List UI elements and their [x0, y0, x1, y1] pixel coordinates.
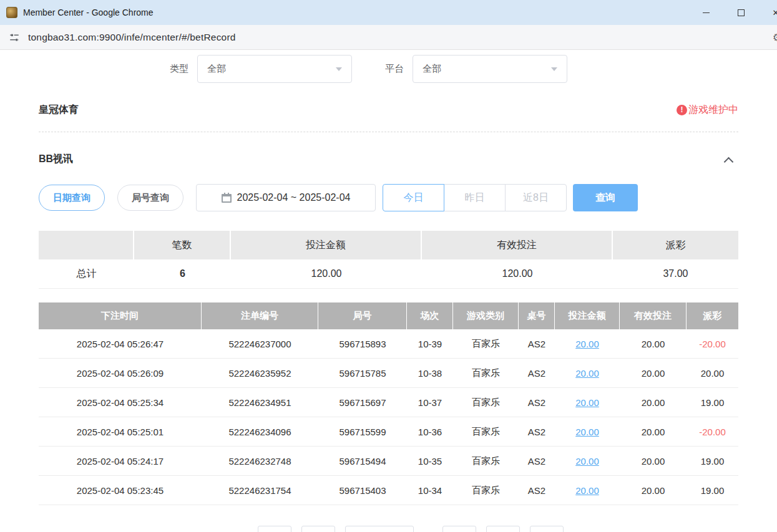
cell-session: 10-37 — [407, 388, 453, 417]
cell-round-number: 596715893 — [318, 329, 407, 359]
round-query-tab[interactable]: 局号查询 — [117, 185, 183, 211]
bet-amount-link[interactable]: 20.00 — [575, 485, 599, 496]
cell-order-number: 522246237000 — [202, 329, 318, 359]
minimize-button[interactable] — [688, 0, 723, 25]
summary-bet-amount-value: 120.00 — [231, 259, 422, 289]
cell-order-number: 522246234096 — [202, 417, 318, 447]
cell-game-type: 百家乐 — [453, 447, 519, 476]
summary-payout-value: 37.00 — [613, 259, 738, 289]
site-settings-icon[interactable] — [9, 32, 20, 43]
cell-session: 10-36 — [407, 417, 453, 447]
cell-bet-time: 2025-02-04 05:25:01 — [39, 417, 202, 447]
maximize-button[interactable] — [723, 0, 758, 25]
maintenance-text: 游戏维护中 — [688, 104, 738, 117]
cell-session: 10-38 — [407, 359, 453, 388]
filter-row: 类型 全部 平台 全部 — [39, 55, 738, 83]
date-query-tab[interactable]: 日期查询 — [39, 185, 105, 211]
bet-table-header-order-number: 注单编号 — [202, 302, 318, 329]
summary-header-count: 笔数 — [134, 231, 231, 259]
platform-filter-label: 平台 — [385, 63, 404, 75]
cell-payout: 19.00 — [687, 388, 738, 417]
platform-filter-value: 全部 — [423, 63, 441, 75]
close-button[interactable]: ✕ — [758, 0, 777, 25]
bet-amount-link[interactable]: 20.00 — [575, 456, 599, 467]
search-button[interactable]: 查询 — [573, 184, 638, 211]
bet-table-header-table-number: 桌号 — [519, 302, 555, 329]
bet-table: 下注时间注单编号局号场次游戏类别桌号投注金额有效投注派彩2025-02-04 0… — [39, 302, 738, 505]
window-controls: ✕ — [688, 0, 777, 25]
cell-payout: 19.00 — [687, 447, 738, 476]
cell-payout: 19.00 — [687, 476, 738, 505]
query-bar: 日期查询 局号查询 2025-02-04 ~ 2025-02-04 今日 昨日 … — [39, 184, 738, 211]
recent-8-days-button[interactable]: 近8日 — [505, 184, 567, 211]
cell-valid-bet: 20.00 — [620, 476, 687, 505]
yesterday-button[interactable]: 昨日 — [444, 184, 506, 211]
cell-order-number: 522246231754 — [202, 476, 318, 505]
collapse-chevron-up-icon[interactable] — [724, 157, 734, 167]
url-text[interactable]: tongbao31.com:9900/infe/mcenter/#/betRec… — [28, 32, 236, 43]
calendar-icon — [222, 193, 232, 203]
bet-amount-link[interactable]: 20.00 — [575, 339, 599, 349]
cell-bet-amount: 20.00 — [555, 329, 620, 359]
pagination-item[interactable] — [258, 526, 291, 532]
summary-count-value: 6 — [134, 259, 231, 289]
cell-bet-amount: 20.00 — [555, 417, 620, 447]
cell-bet-time: 2025-02-04 05:26:09 — [39, 359, 202, 388]
bet-table-header-game-type: 游戏类别 — [453, 302, 519, 329]
today-button[interactable]: 今日 — [383, 184, 444, 211]
close-icon: ✕ — [773, 8, 777, 17]
bet-table-header-bet-time: 下注时间 — [39, 302, 202, 329]
cell-valid-bet: 20.00 — [620, 359, 687, 388]
summary-header-blank — [39, 231, 134, 259]
pagination-item[interactable] — [486, 526, 520, 532]
cell-table-number: AS2 — [519, 388, 555, 417]
cell-valid-bet: 20.00 — [620, 447, 687, 476]
cell-bet-amount: 20.00 — [555, 447, 620, 476]
cell-order-number: 522246234951 — [202, 388, 318, 417]
maintenance-status: ! 游戏维护中 — [677, 104, 738, 117]
pagination-page-size-select[interactable] — [345, 526, 414, 532]
cell-order-number: 522246232748 — [202, 447, 318, 476]
cell-payout: -20.00 — [687, 417, 738, 447]
bet-amount-link[interactable]: 20.00 — [575, 368, 599, 379]
bet-amount-link[interactable]: 20.00 — [575, 397, 599, 408]
window-titlebar: Member Center - Google Chrome ✕ — [0, 0, 777, 25]
cell-round-number: 596715599 — [318, 417, 407, 447]
cell-payout: 20.00 — [687, 359, 738, 388]
maximize-icon — [738, 9, 745, 16]
cell-bet-amount: 20.00 — [555, 388, 620, 417]
cell-bet-time: 2025-02-04 05:24:17 — [39, 447, 202, 476]
bet-table-header-valid-bet: 有效投注 — [620, 302, 687, 329]
type-filter-select[interactable]: 全部 — [197, 55, 352, 83]
cell-round-number: 596715785 — [318, 359, 407, 388]
bet-amount-link[interactable]: 20.00 — [575, 427, 599, 437]
cell-bet-time: 2025-02-04 05:25:34 — [39, 388, 202, 417]
cell-bet-time: 2025-02-04 05:26:47 — [39, 329, 202, 359]
date-range-picker[interactable]: 2025-02-04 ~ 2025-02-04 — [196, 184, 376, 211]
section-divider — [39, 132, 738, 132]
cell-session: 10-35 — [407, 447, 453, 476]
settings-gear-icon[interactable]: ⚙ — [773, 31, 777, 44]
pagination-item[interactable] — [301, 526, 335, 532]
cell-table-number: AS2 — [519, 476, 555, 505]
cell-bet-amount: 20.00 — [555, 359, 620, 388]
summary-table: 笔数 投注金额 有效投注 派彩 总计 6 120.00 120.00 37.00 — [39, 231, 738, 289]
cell-table-number: AS2 — [519, 359, 555, 388]
cell-game-type: 百家乐 — [453, 417, 519, 447]
cell-game-type: 百家乐 — [453, 329, 519, 359]
bb-video-title: BB视讯 — [39, 153, 73, 166]
pagination-item[interactable] — [530, 526, 564, 532]
address-bar[interactable]: tongbao31.com:9900/infe/mcenter/#/betRec… — [0, 25, 777, 50]
platform-filter-select[interactable]: 全部 — [413, 55, 567, 83]
bb-video-section: BB视讯 — [39, 150, 738, 168]
cell-round-number: 596715494 — [318, 447, 407, 476]
date-range-value: 2025-02-04 ~ 2025-02-04 — [237, 192, 351, 203]
pagination-item[interactable] — [442, 526, 476, 532]
cell-game-type: 百家乐 — [453, 476, 519, 505]
exclamation-icon: ! — [677, 105, 687, 115]
window-title: Member Center - Google Chrome — [23, 7, 154, 17]
crown-sports-title: 皇冠体育 — [39, 104, 79, 117]
bet-table-header-session: 场次 — [407, 302, 453, 329]
cell-valid-bet: 20.00 — [620, 388, 687, 417]
crown-sports-section: 皇冠体育 ! 游戏维护中 — [39, 100, 738, 119]
